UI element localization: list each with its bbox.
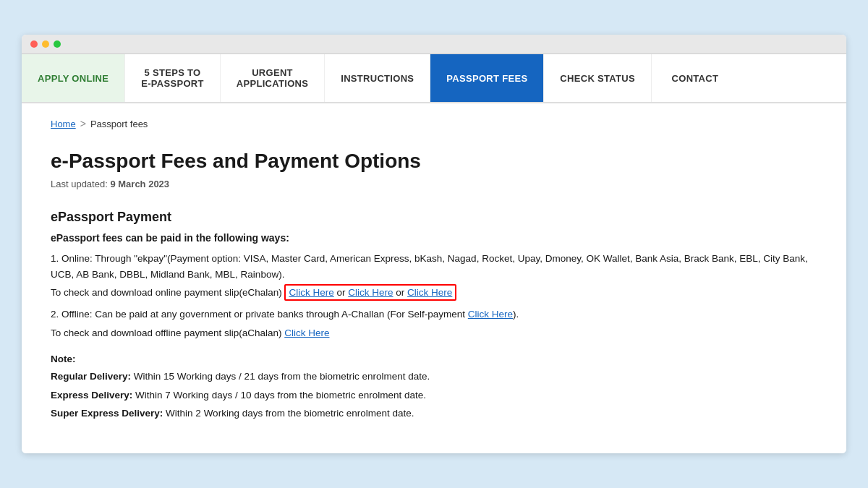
- note-express-text: Within 7 Working days / 10 days from the…: [135, 390, 426, 401]
- click-here-link-1[interactable]: Click Here: [289, 287, 333, 298]
- note-express: Express Delivery: Within 7 Working days …: [51, 388, 817, 403]
- or-separator-2: or: [396, 287, 404, 298]
- click-here-highlight-box: Click Here or Click Here or Click Here: [284, 284, 456, 301]
- click-here-link-2[interactable]: Click Here: [348, 287, 393, 298]
- offline-item-text: 2. Offline: Can be paid at any governmen…: [51, 309, 519, 320]
- note-regular-text: Within 15 Working days / 21 days from th…: [134, 371, 430, 382]
- page-title: e-Passport Fees and Payment Options: [51, 150, 817, 173]
- breadcrumb: Home > Passport fees: [51, 118, 817, 129]
- browser-window: APPLY ONLINE 5 STEPS TO e-PASSPORT URGEN…: [22, 35, 846, 453]
- nav-check-status[interactable]: CHECK STATUS: [544, 54, 652, 102]
- breadcrumb-current: Passport fees: [90, 119, 148, 129]
- offline-payment-item: 2. Offline: Can be paid at any governmen…: [51, 307, 817, 322]
- browser-top-bar: [22, 35, 846, 54]
- nav-apply-online[interactable]: APPLY ONLINE: [22, 54, 125, 102]
- offline-click-here-link[interactable]: Click Here: [284, 328, 329, 338]
- offline-slip-text: To check and download offline payment sl…: [51, 328, 281, 338]
- last-updated-date: 9 March 2023: [110, 179, 169, 189]
- offline-slip-row: To check and download offline payment sl…: [51, 325, 817, 341]
- last-updated-label: Last updated:: [51, 179, 108, 189]
- note-super-express-text: Within 2 Working days from the biometric…: [166, 408, 414, 419]
- note-section: Note: Regular Delivery: Within 15 Workin…: [51, 354, 817, 421]
- nav-passport-fees[interactable]: PASSPORT FEES: [430, 54, 544, 102]
- minimize-dot[interactable]: [42, 40, 49, 48]
- note-super-express-label: Super Express Delivery:: [51, 408, 163, 419]
- breadcrumb-separator: >: [80, 118, 86, 129]
- section-intro: ePassport fees can be paid in the follow…: [51, 232, 817, 244]
- click-here-link-3[interactable]: Click Here: [407, 287, 452, 298]
- nav-5-steps[interactable]: 5 STEPS TO e-PASSPORT: [125, 54, 221, 102]
- note-regular-label: Regular Delivery:: [51, 371, 131, 382]
- note-regular: Regular Delivery: Within 15 Working days…: [51, 369, 817, 385]
- last-updated: Last updated: 9 March 2023: [51, 179, 817, 189]
- or-separator-1: or: [337, 287, 346, 298]
- online-slip-text: To check and download online payment sli…: [51, 287, 282, 298]
- online-payment-item: 1. Online: Through "ekpay"(Payment optio…: [51, 251, 817, 282]
- nav-instructions[interactable]: INSTRUCTIONS: [325, 54, 430, 102]
- nav-bar: APPLY ONLINE 5 STEPS TO e-PASSPORT URGEN…: [22, 54, 846, 103]
- nav-urgent[interactable]: URGENT APPLICATIONS: [221, 54, 325, 102]
- nav-contact[interactable]: CONTACT: [652, 54, 739, 102]
- online-slip-row: To check and download online payment sli…: [51, 285, 817, 301]
- note-express-label: Express Delivery:: [51, 390, 132, 401]
- maximize-dot[interactable]: [54, 40, 61, 48]
- main-content: Home > Passport fees e-Passport Fees and…: [22, 103, 846, 453]
- section-title: ePassport Payment: [51, 210, 817, 225]
- breadcrumb-home[interactable]: Home: [51, 119, 76, 129]
- note-label: Note:: [51, 354, 817, 364]
- close-dot[interactable]: [30, 40, 38, 48]
- self-payment-link[interactable]: Click Here: [468, 309, 513, 320]
- note-super-express: Super Express Delivery: Within 2 Working…: [51, 406, 817, 421]
